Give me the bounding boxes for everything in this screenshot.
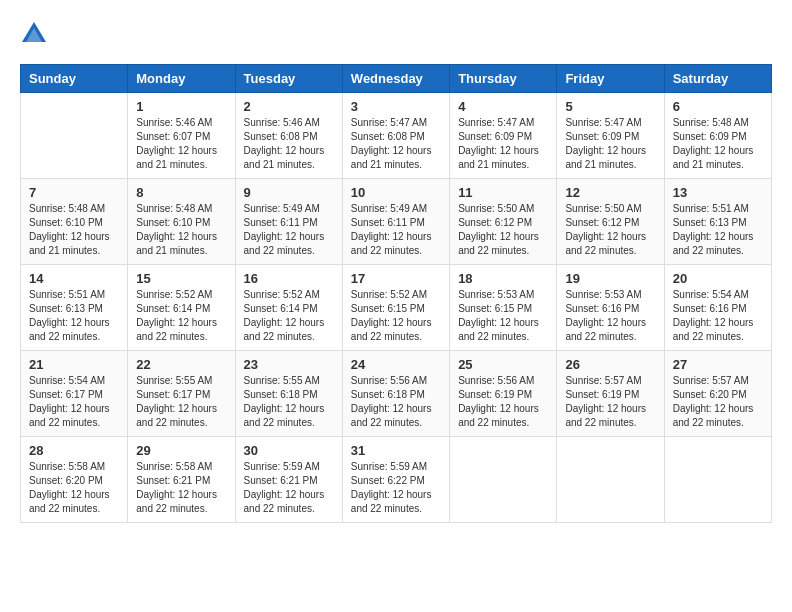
calendar-cell: 4Sunrise: 5:47 AM Sunset: 6:09 PM Daylig…	[450, 93, 557, 179]
day-info: Sunrise: 5:51 AM Sunset: 6:13 PM Dayligh…	[29, 288, 119, 344]
calendar-week-1: 1Sunrise: 5:46 AM Sunset: 6:07 PM Daylig…	[21, 93, 772, 179]
col-header-tuesday: Tuesday	[235, 65, 342, 93]
day-info: Sunrise: 5:46 AM Sunset: 6:07 PM Dayligh…	[136, 116, 226, 172]
calendar-cell: 18Sunrise: 5:53 AM Sunset: 6:15 PM Dayli…	[450, 265, 557, 351]
day-info: Sunrise: 5:55 AM Sunset: 6:18 PM Dayligh…	[244, 374, 334, 430]
day-info: Sunrise: 5:48 AM Sunset: 6:10 PM Dayligh…	[29, 202, 119, 258]
day-number: 23	[244, 357, 334, 372]
calendar-cell: 29Sunrise: 5:58 AM Sunset: 6:21 PM Dayli…	[128, 437, 235, 523]
day-info: Sunrise: 5:52 AM Sunset: 6:14 PM Dayligh…	[244, 288, 334, 344]
day-number: 20	[673, 271, 763, 286]
day-number: 11	[458, 185, 548, 200]
day-info: Sunrise: 5:49 AM Sunset: 6:11 PM Dayligh…	[351, 202, 441, 258]
day-info: Sunrise: 5:59 AM Sunset: 6:22 PM Dayligh…	[351, 460, 441, 516]
calendar-cell: 15Sunrise: 5:52 AM Sunset: 6:14 PM Dayli…	[128, 265, 235, 351]
day-info: Sunrise: 5:54 AM Sunset: 6:16 PM Dayligh…	[673, 288, 763, 344]
col-header-wednesday: Wednesday	[342, 65, 449, 93]
calendar-week-2: 7Sunrise: 5:48 AM Sunset: 6:10 PM Daylig…	[21, 179, 772, 265]
calendar-week-5: 28Sunrise: 5:58 AM Sunset: 6:20 PM Dayli…	[21, 437, 772, 523]
day-info: Sunrise: 5:47 AM Sunset: 6:09 PM Dayligh…	[458, 116, 548, 172]
day-info: Sunrise: 5:53 AM Sunset: 6:16 PM Dayligh…	[565, 288, 655, 344]
day-info: Sunrise: 5:47 AM Sunset: 6:09 PM Dayligh…	[565, 116, 655, 172]
calendar: SundayMondayTuesdayWednesdayThursdayFrid…	[20, 64, 772, 523]
day-info: Sunrise: 5:50 AM Sunset: 6:12 PM Dayligh…	[565, 202, 655, 258]
calendar-cell: 9Sunrise: 5:49 AM Sunset: 6:11 PM Daylig…	[235, 179, 342, 265]
page-header	[20, 20, 772, 48]
calendar-cell: 28Sunrise: 5:58 AM Sunset: 6:20 PM Dayli…	[21, 437, 128, 523]
col-header-thursday: Thursday	[450, 65, 557, 93]
day-number: 12	[565, 185, 655, 200]
calendar-cell: 23Sunrise: 5:55 AM Sunset: 6:18 PM Dayli…	[235, 351, 342, 437]
day-number: 22	[136, 357, 226, 372]
day-info: Sunrise: 5:48 AM Sunset: 6:09 PM Dayligh…	[673, 116, 763, 172]
calendar-cell: 25Sunrise: 5:56 AM Sunset: 6:19 PM Dayli…	[450, 351, 557, 437]
col-header-monday: Monday	[128, 65, 235, 93]
day-info: Sunrise: 5:52 AM Sunset: 6:14 PM Dayligh…	[136, 288, 226, 344]
day-info: Sunrise: 5:47 AM Sunset: 6:08 PM Dayligh…	[351, 116, 441, 172]
calendar-cell: 14Sunrise: 5:51 AM Sunset: 6:13 PM Dayli…	[21, 265, 128, 351]
calendar-cell: 17Sunrise: 5:52 AM Sunset: 6:15 PM Dayli…	[342, 265, 449, 351]
calendar-cell: 2Sunrise: 5:46 AM Sunset: 6:08 PM Daylig…	[235, 93, 342, 179]
day-info: Sunrise: 5:57 AM Sunset: 6:19 PM Dayligh…	[565, 374, 655, 430]
day-info: Sunrise: 5:54 AM Sunset: 6:17 PM Dayligh…	[29, 374, 119, 430]
day-number: 29	[136, 443, 226, 458]
day-info: Sunrise: 5:56 AM Sunset: 6:19 PM Dayligh…	[458, 374, 548, 430]
calendar-cell: 7Sunrise: 5:48 AM Sunset: 6:10 PM Daylig…	[21, 179, 128, 265]
day-info: Sunrise: 5:56 AM Sunset: 6:18 PM Dayligh…	[351, 374, 441, 430]
day-number: 25	[458, 357, 548, 372]
day-number: 4	[458, 99, 548, 114]
calendar-cell: 27Sunrise: 5:57 AM Sunset: 6:20 PM Dayli…	[664, 351, 771, 437]
day-info: Sunrise: 5:57 AM Sunset: 6:20 PM Dayligh…	[673, 374, 763, 430]
calendar-cell: 19Sunrise: 5:53 AM Sunset: 6:16 PM Dayli…	[557, 265, 664, 351]
day-number: 2	[244, 99, 334, 114]
day-info: Sunrise: 5:52 AM Sunset: 6:15 PM Dayligh…	[351, 288, 441, 344]
day-number: 31	[351, 443, 441, 458]
calendar-week-4: 21Sunrise: 5:54 AM Sunset: 6:17 PM Dayli…	[21, 351, 772, 437]
day-info: Sunrise: 5:53 AM Sunset: 6:15 PM Dayligh…	[458, 288, 548, 344]
calendar-cell: 12Sunrise: 5:50 AM Sunset: 6:12 PM Dayli…	[557, 179, 664, 265]
day-info: Sunrise: 5:48 AM Sunset: 6:10 PM Dayligh…	[136, 202, 226, 258]
day-number: 14	[29, 271, 119, 286]
day-info: Sunrise: 5:51 AM Sunset: 6:13 PM Dayligh…	[673, 202, 763, 258]
calendar-cell: 5Sunrise: 5:47 AM Sunset: 6:09 PM Daylig…	[557, 93, 664, 179]
day-info: Sunrise: 5:58 AM Sunset: 6:21 PM Dayligh…	[136, 460, 226, 516]
calendar-cell: 11Sunrise: 5:50 AM Sunset: 6:12 PM Dayli…	[450, 179, 557, 265]
calendar-header-row: SundayMondayTuesdayWednesdayThursdayFrid…	[21, 65, 772, 93]
logo-icon	[20, 20, 48, 48]
day-info: Sunrise: 5:58 AM Sunset: 6:20 PM Dayligh…	[29, 460, 119, 516]
day-number: 1	[136, 99, 226, 114]
day-number: 24	[351, 357, 441, 372]
calendar-cell: 20Sunrise: 5:54 AM Sunset: 6:16 PM Dayli…	[664, 265, 771, 351]
day-number: 16	[244, 271, 334, 286]
day-number: 9	[244, 185, 334, 200]
day-info: Sunrise: 5:55 AM Sunset: 6:17 PM Dayligh…	[136, 374, 226, 430]
day-number: 3	[351, 99, 441, 114]
day-number: 8	[136, 185, 226, 200]
calendar-cell	[21, 93, 128, 179]
calendar-cell: 21Sunrise: 5:54 AM Sunset: 6:17 PM Dayli…	[21, 351, 128, 437]
calendar-cell: 16Sunrise: 5:52 AM Sunset: 6:14 PM Dayli…	[235, 265, 342, 351]
calendar-cell: 30Sunrise: 5:59 AM Sunset: 6:21 PM Dayli…	[235, 437, 342, 523]
day-number: 28	[29, 443, 119, 458]
calendar-cell: 13Sunrise: 5:51 AM Sunset: 6:13 PM Dayli…	[664, 179, 771, 265]
day-number: 27	[673, 357, 763, 372]
calendar-cell: 24Sunrise: 5:56 AM Sunset: 6:18 PM Dayli…	[342, 351, 449, 437]
day-number: 30	[244, 443, 334, 458]
calendar-cell: 1Sunrise: 5:46 AM Sunset: 6:07 PM Daylig…	[128, 93, 235, 179]
col-header-saturday: Saturday	[664, 65, 771, 93]
day-info: Sunrise: 5:59 AM Sunset: 6:21 PM Dayligh…	[244, 460, 334, 516]
calendar-cell: 8Sunrise: 5:48 AM Sunset: 6:10 PM Daylig…	[128, 179, 235, 265]
col-header-sunday: Sunday	[21, 65, 128, 93]
day-number: 5	[565, 99, 655, 114]
day-info: Sunrise: 5:50 AM Sunset: 6:12 PM Dayligh…	[458, 202, 548, 258]
calendar-cell: 22Sunrise: 5:55 AM Sunset: 6:17 PM Dayli…	[128, 351, 235, 437]
calendar-week-3: 14Sunrise: 5:51 AM Sunset: 6:13 PM Dayli…	[21, 265, 772, 351]
calendar-cell	[557, 437, 664, 523]
day-number: 6	[673, 99, 763, 114]
day-number: 13	[673, 185, 763, 200]
calendar-cell: 10Sunrise: 5:49 AM Sunset: 6:11 PM Dayli…	[342, 179, 449, 265]
day-info: Sunrise: 5:46 AM Sunset: 6:08 PM Dayligh…	[244, 116, 334, 172]
logo	[20, 20, 52, 48]
calendar-cell: 26Sunrise: 5:57 AM Sunset: 6:19 PM Dayli…	[557, 351, 664, 437]
calendar-cell: 3Sunrise: 5:47 AM Sunset: 6:08 PM Daylig…	[342, 93, 449, 179]
